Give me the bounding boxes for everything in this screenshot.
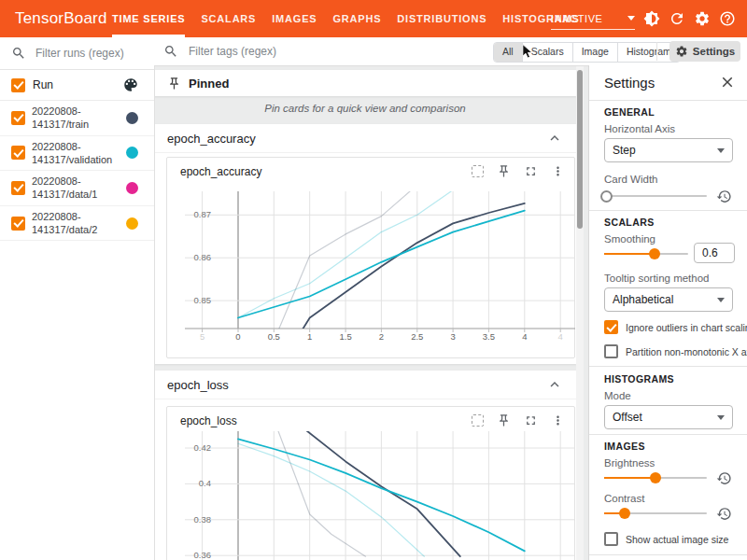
help-icon[interactable] — [719, 10, 736, 27]
run-row[interactable]: 20220808-141317/data/1 — [0, 171, 154, 206]
more-options-icon[interactable] — [551, 413, 565, 427]
run-filter — [0, 37, 154, 70]
card-actions — [472, 413, 565, 427]
x-tick-label: 1.5 — [339, 331, 351, 342]
scalars-heading: SCALARS — [604, 217, 655, 228]
y-tick-label: 0.87 — [194, 209, 212, 219]
filter-button-image[interactable]: Image — [572, 43, 617, 62]
refresh-icon[interactable] — [669, 10, 685, 27]
general-heading: GENERAL — [604, 106, 655, 118]
run-color-dot[interactable] — [126, 217, 138, 230]
fullscreen-icon[interactable] — [524, 164, 538, 178]
reset-icon[interactable] — [716, 506, 732, 522]
tab-time-series[interactable]: TIME SERIES — [112, 0, 185, 37]
status-select[interactable]: INACTIVE — [551, 8, 635, 30]
pin-icon[interactable] — [497, 413, 511, 427]
reset-icon[interactable] — [716, 189, 732, 204]
search-icon — [11, 46, 26, 61]
tag-filter — [163, 37, 359, 65]
reset-icon[interactable] — [716, 470, 732, 486]
contrast-slider-thumb[interactable] — [619, 508, 630, 519]
tag-type-filter-group: AllScalarsImageHistogram — [493, 42, 681, 63]
smoothing-slider[interactable] — [604, 253, 688, 255]
app-header: TensorBoard TIME SERIESSCALARSIMAGESGRAP… — [0, 0, 747, 37]
run-checkbox[interactable] — [11, 181, 25, 195]
app-title: TensorBoard — [15, 0, 107, 37]
brightness-icon[interactable] — [643, 10, 660, 27]
ignore-outliers-label: Ignore outliers in chart scaling — [626, 322, 747, 333]
y-tick-label: 0.4 — [199, 478, 211, 488]
card-width-label: Card Width — [604, 174, 658, 185]
settings-gear-icon[interactable] — [694, 10, 711, 27]
tab-images[interactable]: IMAGES — [272, 0, 317, 37]
chart-epoch_loss[interactable]: 0.420.40.380.36 — [166, 431, 575, 560]
run-label: 20220808-141317/validation — [32, 140, 118, 167]
pin-icon[interactable] — [497, 164, 511, 178]
horizontal-axis-select[interactable]: Step — [604, 138, 733, 162]
x-tick-label: 2.5 — [411, 331, 423, 342]
card-actions — [472, 164, 565, 178]
run-row[interactable]: 20220808-141317/data/2 — [0, 206, 154, 242]
smoothing-label: Smoothing — [604, 233, 655, 245]
chart-epoch_accuracy[interactable]: 0.850.860.87500.511.522.533.544 — [166, 183, 575, 358]
toolbar-divider — [656, 42, 657, 61]
settings-button[interactable]: Settings — [669, 41, 740, 62]
run-filter-input[interactable] — [34, 46, 140, 61]
scrollbar-thumb[interactable] — [577, 70, 583, 229]
close-icon[interactable] — [719, 74, 736, 91]
card-width-slider[interactable] — [604, 195, 707, 197]
show-actual-size-checkbox[interactable] — [604, 532, 618, 546]
tab-distributions[interactable]: DISTRIBUTIONS — [397, 0, 486, 37]
show-actual-size-row[interactable]: Show actual image size — [604, 532, 728, 546]
ignore-outliers-checkbox[interactable] — [604, 320, 618, 334]
partition-x-axis-row[interactable]: Partition non-monotonic X axis ? — [604, 344, 747, 358]
chevron-up-icon[interactable] — [546, 130, 563, 147]
ignore-outliers-row[interactable]: Ignore outliers in chart scaling — [604, 320, 747, 334]
nav-tabs: TIME SERIESSCALARSIMAGESGRAPHSDISTRIBUTI… — [112, 0, 580, 37]
histogram-mode-select[interactable]: Offset — [604, 405, 733, 429]
chevron-down-icon — [717, 415, 725, 420]
tooltip-sort-select[interactable]: Alphabetical — [604, 287, 733, 312]
brightness-label: Brightness — [604, 457, 655, 469]
y-tick-label: 0.85 — [194, 295, 212, 305]
tag-group-header[interactable]: epoch_loss — [154, 371, 576, 399]
run-checkbox[interactable] — [11, 111, 25, 125]
fit-to-data-icon[interactable] — [472, 165, 484, 177]
pin-icon — [167, 77, 181, 91]
run-select-all-checkbox[interactable] — [11, 78, 25, 92]
tab-scalars[interactable]: SCALARS — [201, 0, 256, 37]
tag-group-header[interactable]: epoch_accuracy — [154, 124, 576, 153]
chevron-up-icon[interactable] — [546, 376, 563, 393]
partition-x-axis-checkbox[interactable] — [604, 344, 618, 358]
pinned-title: Pinned — [189, 77, 229, 91]
run-checkbox[interactable] — [11, 217, 25, 231]
run-color-dot[interactable] — [126, 182, 138, 194]
tab-graphs[interactable]: GRAPHS — [332, 0, 381, 37]
settings-panel-title: Settings — [604, 75, 655, 91]
tag-group-title: epoch_accuracy — [167, 132, 256, 146]
run-checkbox[interactable] — [11, 146, 25, 160]
smoothing-value-input[interactable] — [694, 243, 735, 263]
filter-button-all[interactable]: All — [494, 43, 522, 62]
card-width-slider-thumb[interactable] — [600, 190, 613, 203]
series-line — [303, 203, 525, 329]
smoothing-slider-thumb[interactable] — [649, 248, 660, 259]
fit-to-data-icon[interactable] — [472, 414, 484, 427]
run-color-dot[interactable] — [126, 112, 138, 124]
tag-filter-input[interactable] — [187, 44, 359, 59]
chevron-down-icon — [627, 16, 635, 21]
run-label: 20220808-141317/train — [32, 105, 118, 132]
x-tick-label: 0.5 — [268, 331, 280, 342]
fullscreen-icon[interactable] — [524, 413, 538, 427]
brightness-slider-thumb[interactable] — [650, 472, 661, 483]
smoothing-slider-fill — [604, 253, 655, 255]
run-color-dot[interactable] — [126, 147, 138, 159]
palette-icon[interactable] — [122, 77, 139, 93]
horizontal-axis-label: Horizontal Axis — [604, 123, 675, 134]
run-row[interactable]: 20220808-141317/validation — [0, 136, 154, 172]
histogram-mode-value: Offset — [613, 411, 642, 424]
run-row[interactable]: 20220808-141317/train — [0, 101, 154, 136]
more-options-icon[interactable] — [551, 164, 565, 178]
pinned-empty-message: Pin cards for a quick view and compariso… — [154, 103, 576, 114]
filter-button-scalars[interactable]: Scalars — [522, 43, 572, 62]
